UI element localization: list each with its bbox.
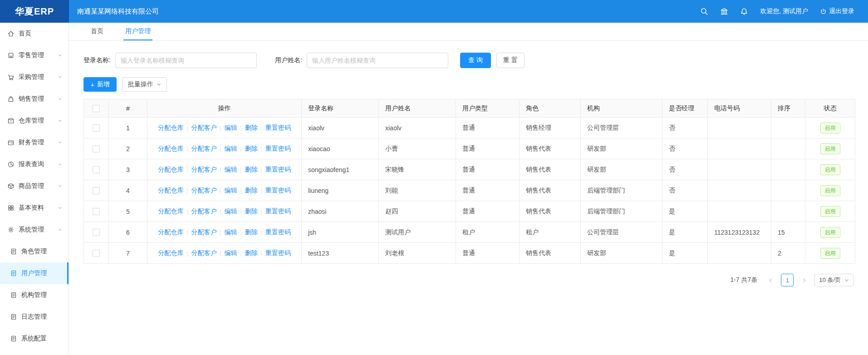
bell-icon[interactable] xyxy=(740,7,748,15)
assign-warehouse-link[interactable]: 分配仓库 xyxy=(158,249,183,256)
sidebar-item-finance[interactable]: 财务管理 xyxy=(0,132,69,153)
delete-link[interactable]: 删除 xyxy=(245,187,258,194)
sidebar-item-org[interactable]: 机构管理 xyxy=(0,284,69,306)
delete-link[interactable]: 删除 xyxy=(245,249,258,256)
row-checkbox[interactable] xyxy=(93,229,100,236)
edit-link[interactable]: 编辑 xyxy=(225,124,237,131)
assign-warehouse-link[interactable]: 分配仓库 xyxy=(158,166,183,173)
sidebar-item-user[interactable]: 用户管理 xyxy=(0,262,69,284)
assign-warehouse-link[interactable]: 分配仓库 xyxy=(158,228,183,236)
row-select-cell xyxy=(84,243,109,264)
assign-customer-link[interactable]: 分配客户 xyxy=(191,145,216,152)
table-header-row: # 操作 登录名称 用户姓名 用户类型 角色 机构 是否经理 电话号码 排序 状… xyxy=(84,99,855,118)
sidebar-item-system[interactable]: 系统管理 xyxy=(0,219,69,241)
sidebar-item-sales[interactable]: 销售管理 xyxy=(0,88,69,110)
row-checkbox[interactable] xyxy=(93,250,100,257)
row-checkbox[interactable] xyxy=(93,124,100,132)
reset-password-link[interactable]: 重置密码 xyxy=(265,145,291,152)
search-icon[interactable] xyxy=(700,7,708,15)
cell-org: 公司管理层 xyxy=(581,222,662,243)
edit-link[interactable]: 编辑 xyxy=(225,187,237,194)
row-index: 3 xyxy=(109,159,147,180)
assign-warehouse-link[interactable]: 分配仓库 xyxy=(158,187,183,194)
cell-org: 研发部 xyxy=(581,138,662,159)
edit-link[interactable]: 编辑 xyxy=(225,249,237,256)
delete-link[interactable]: 删除 xyxy=(245,228,258,236)
assign-customer-link[interactable]: 分配客户 xyxy=(191,249,216,256)
tab-user-management[interactable]: 用户管理 xyxy=(123,23,152,40)
delete-link[interactable]: 删除 xyxy=(245,207,258,215)
assign-warehouse-link[interactable]: 分配仓库 xyxy=(158,207,183,215)
page-number-button[interactable]: 1 xyxy=(781,274,794,286)
sidebar-item-retail[interactable]: 零售管理 xyxy=(0,44,69,66)
reset-button[interactable]: 重 置 xyxy=(496,53,525,68)
logout-button[interactable]: 退出登录 xyxy=(820,7,854,15)
divider: | xyxy=(240,229,242,236)
body-wrap: 首页 零售管理 采购管理 销售管理 仓库管理 xyxy=(0,23,868,355)
assign-customer-link[interactable]: 分配客户 xyxy=(191,124,216,131)
batch-operation-button[interactable]: 批量操作 xyxy=(122,77,167,92)
prev-page-button[interactable] xyxy=(765,274,776,286)
status-badge: 启用 xyxy=(820,123,840,133)
sidebar-item-purchase[interactable]: 采购管理 xyxy=(0,66,69,88)
select-all-checkbox[interactable] xyxy=(93,105,100,112)
reset-password-link[interactable]: 重置密码 xyxy=(265,249,291,256)
user-name-input[interactable] xyxy=(307,53,448,68)
reset-password-link[interactable]: 重置密码 xyxy=(265,187,291,194)
row-checkbox[interactable] xyxy=(93,208,100,215)
chevron-left-icon xyxy=(768,278,773,283)
assign-customer-link[interactable]: 分配客户 xyxy=(191,166,216,173)
row-checkbox[interactable] xyxy=(93,187,100,194)
reset-password-link[interactable]: 重置密码 xyxy=(265,124,291,131)
login-name-input[interactable] xyxy=(115,53,257,68)
bank-icon[interactable] xyxy=(720,7,728,15)
sidebar-item-goods[interactable]: 商品管理 xyxy=(0,175,69,197)
app-root: 华夏ERP 南通某某网络科技有限公司 欢迎您, 测试用户 退出登录 首页 xyxy=(0,0,868,355)
reset-password-link[interactable]: 重置密码 xyxy=(265,166,291,173)
page-size-select[interactable]: 10 条/页 xyxy=(814,274,853,286)
welcome-text[interactable]: 欢迎您, 测试用户 xyxy=(760,7,808,15)
delete-link[interactable]: 删除 xyxy=(245,145,258,152)
sidebar-item-label: 销售管理 xyxy=(19,95,44,103)
cell-sort xyxy=(771,180,805,201)
edit-link[interactable]: 编辑 xyxy=(225,207,237,215)
search-button[interactable]: 查 询 xyxy=(460,53,491,68)
assign-customer-link[interactable]: 分配客户 xyxy=(191,187,216,194)
divider: | xyxy=(261,125,262,131)
assign-customer-link[interactable]: 分配客户 xyxy=(191,228,216,236)
sidebar-item-warehouse[interactable]: 仓库管理 xyxy=(0,110,69,132)
tab-home[interactable]: 首页 xyxy=(89,23,105,40)
doc-icon xyxy=(10,270,17,277)
reset-password-link[interactable]: 重置密码 xyxy=(265,228,291,236)
edit-link[interactable]: 编辑 xyxy=(225,145,237,152)
sidebar-item-config[interactable]: 系统配置 xyxy=(0,328,69,350)
sidebar-item-home[interactable]: 首页 xyxy=(0,23,69,44)
add-button[interactable]: + 新增 xyxy=(83,77,117,92)
assign-warehouse-link[interactable]: 分配仓库 xyxy=(158,145,183,152)
divider: | xyxy=(186,208,188,215)
cell-type: 普通 xyxy=(456,138,520,159)
edit-link[interactable]: 编辑 xyxy=(225,166,237,173)
cell-org: 后端管理部门 xyxy=(581,201,662,222)
row-checkbox[interactable] xyxy=(93,145,100,153)
reset-password-link[interactable]: 重置密码 xyxy=(265,207,291,215)
next-page-button[interactable] xyxy=(798,274,810,286)
sidebar-item-label: 财务管理 xyxy=(19,138,44,147)
page-content: 登录名称: 用户姓名: 查 询 重 置 + 新增 批量操作 xyxy=(69,41,868,355)
sidebar-item-log[interactable]: 日志管理 xyxy=(0,306,69,328)
row-select-cell xyxy=(84,180,109,201)
cell-manager: 否 xyxy=(662,118,708,138)
app-logo[interactable]: 华夏ERP xyxy=(0,0,69,23)
row-checkbox[interactable] xyxy=(93,166,100,173)
sidebar-item-basic-data[interactable]: 基本资料 xyxy=(0,197,69,219)
delete-link[interactable]: 删除 xyxy=(245,124,258,131)
assign-warehouse-link[interactable]: 分配仓库 xyxy=(158,124,183,131)
edit-link[interactable]: 编辑 xyxy=(225,228,237,236)
sidebar-item-reports[interactable]: 报表查询 xyxy=(0,153,69,175)
sidebar-item-role[interactable]: 角色管理 xyxy=(0,241,69,262)
delete-link[interactable]: 删除 xyxy=(245,166,258,173)
assign-customer-link[interactable]: 分配客户 xyxy=(191,207,216,215)
col-phone: 电话号码 xyxy=(708,99,771,118)
row-actions: 分配仓库|分配客户|编辑|删除|重置密码 xyxy=(147,243,302,264)
cell-type: 租户 xyxy=(456,222,520,243)
